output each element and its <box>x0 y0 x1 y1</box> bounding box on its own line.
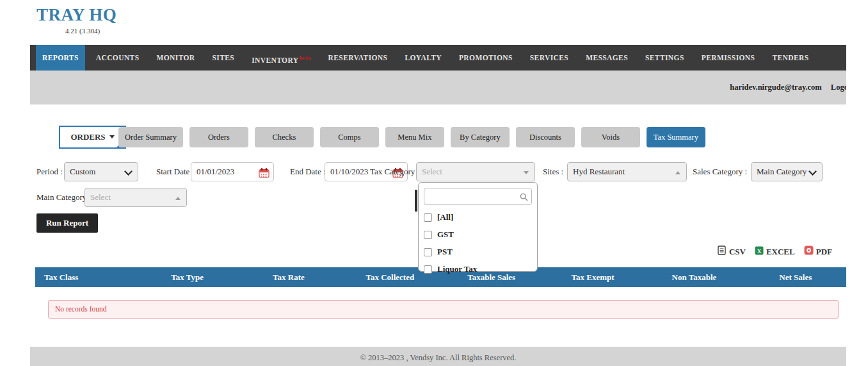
app-logo[interactable]: TRAY HQ <box>36 5 117 25</box>
sites-select[interactable]: Hyd Restaurant <box>567 162 687 181</box>
tab-order-summary[interactable]: Order Summary <box>118 127 183 147</box>
nav-item-label: PERMISSIONS <box>702 54 755 62</box>
tax-category-search-input[interactable] <box>424 188 532 205</box>
period-label: Period : <box>36 167 63 177</box>
calendar-icon[interactable] <box>259 167 269 185</box>
tab-menu-mix[interactable]: Menu Mix <box>385 127 444 147</box>
nav-item-sites[interactable]: SITES <box>206 45 241 71</box>
tax-category-option-gst[interactable]: GST <box>424 229 532 240</box>
nav-item-label: PROMOTIONS <box>459 54 513 62</box>
nav-item-services[interactable]: SERVICES <box>524 45 575 71</box>
export-csv-link[interactable]: CSV <box>718 245 746 258</box>
tab-orders[interactable]: Orders <box>189 127 248 147</box>
nav-item-label: LOYALTY <box>405 54 442 62</box>
checkbox-icon[interactable] <box>424 248 432 256</box>
nav-item-tenders[interactable]: TENDERS <box>766 45 815 71</box>
column-header-tax-class: Tax Class <box>35 272 136 283</box>
export-pdf-link[interactable]: PDF <box>804 245 832 258</box>
tax-category-option-all[interactable]: [All] <box>424 212 532 222</box>
start-date-input[interactable]: 01/01/2023 <box>191 162 274 181</box>
csv-label: CSV <box>729 247 746 257</box>
triangle-up-icon <box>175 197 181 200</box>
pdf-icon <box>804 245 814 258</box>
nav-item-label: RESERVATIONS <box>328 54 388 62</box>
period-select[interactable]: Custom <box>64 162 138 181</box>
sales-category-select[interactable]: Main Category <box>751 162 823 181</box>
export-excel-link[interactable]: X EXCEL <box>755 246 795 258</box>
nav-item-label: SETTINGS <box>645 54 684 62</box>
option-label: [All] <box>437 212 453 222</box>
start-date-value: 01/01/2023 <box>197 167 234 176</box>
tax-category-options: [All]GSTPSTLiquor Tax <box>424 212 532 274</box>
page-container: TRAY HQ 4.21 (3.304) REPORTSACCOUNTSMONI… <box>30 0 846 366</box>
nav-item-label: MONITOR <box>156 54 195 62</box>
nav-item-promotions[interactable]: PROMOTIONS <box>453 45 519 71</box>
tax-category-placeholder: Select <box>422 167 442 176</box>
pdf-label: PDF <box>816 247 832 257</box>
nav-item-permissions[interactable]: PERMISSIONS <box>695 45 762 71</box>
nav-item-reservations[interactable]: RESERVATIONS <box>322 45 394 71</box>
nav-item-label: SITES <box>213 54 235 62</box>
svg-text:X: X <box>757 247 762 254</box>
user-email: haridev.nirgude@tray.com <box>730 83 822 92</box>
tab-comps[interactable]: Comps <box>320 127 379 147</box>
nav-item-accounts[interactable]: ACCOUNTS <box>90 45 146 71</box>
sales-category-label: Sales Category : <box>693 167 747 177</box>
sales-category-value: Main Category <box>757 167 807 176</box>
end-date-value: 01/10/2023 <box>330 167 368 176</box>
export-links: CSV X EXCEL PDF <box>718 245 832 258</box>
nav-item-label: SERVICES <box>530 54 568 62</box>
nav-item-label: ACCOUNTS <box>96 54 140 62</box>
main-navbar: REPORTSACCOUNTSMONITORSITESINVENTORYbeta… <box>30 45 846 71</box>
option-label: Liquor Tax <box>437 264 477 274</box>
orders-dropdown-button[interactable]: ORDERS <box>59 126 126 149</box>
nav-item-label: INVENTORY <box>252 56 298 64</box>
excel-label: EXCEL <box>766 247 795 257</box>
nav-item-inventory[interactable]: INVENTORYbeta <box>245 45 317 71</box>
main-category-label: Main Category : <box>36 192 91 203</box>
column-header-non-taxable: Non Taxable <box>643 272 744 283</box>
end-date-label: End Date : <box>290 167 326 177</box>
csv-icon <box>718 245 727 258</box>
tax-category-label: Tax Category : <box>370 167 419 177</box>
nav-item-label: TENDERS <box>772 54 808 62</box>
tab-checks[interactable]: Checks <box>255 127 314 147</box>
checkbox-icon[interactable] <box>424 231 432 239</box>
tax-category-dropdown-panel: [All]GSTPSTLiquor Tax <box>418 182 538 272</box>
main-category-select[interactable]: Select <box>84 188 187 207</box>
no-records-alert: No records found <box>48 300 839 319</box>
user-bar: haridev.nirgude@tray.comLogout <box>30 71 846 104</box>
main-category-placeholder: Select <box>90 192 111 202</box>
nav-item-label: MESSAGES <box>586 54 628 62</box>
beta-badge: beta <box>299 54 310 61</box>
triangle-up-icon <box>675 171 680 174</box>
tab-tax-summary[interactable]: Tax Summary <box>647 127 705 147</box>
chevron-down-icon <box>808 167 817 176</box>
excel-icon: X <box>755 246 764 258</box>
tab-by-category[interactable]: By Category <box>451 127 510 147</box>
checkbox-icon[interactable] <box>424 265 432 274</box>
app-version: 4.21 (3.304) <box>65 27 100 35</box>
vertical-scrollbar-thumb[interactable] <box>415 190 417 212</box>
start-date-label: Start Date : <box>156 167 194 177</box>
nav-item-label: REPORTS <box>42 54 79 62</box>
column-header-net-sales: Net Sales <box>745 272 846 283</box>
nav-item-loyalty[interactable]: LOYALTY <box>398 45 448 71</box>
tab-discounts[interactable]: Discounts <box>516 127 575 147</box>
nav-item-messages[interactable]: MESSAGES <box>579 45 634 71</box>
tab-voids[interactable]: Voids <box>581 127 640 147</box>
orders-dropdown-label: ORDERS <box>70 132 105 142</box>
nav-item-reports[interactable]: REPORTS <box>36 45 85 71</box>
checkbox-icon[interactable] <box>424 213 432 222</box>
logout-link[interactable]: Logout <box>831 83 846 92</box>
tax-category-option-liquor-tax[interactable]: Liquor Tax <box>424 264 532 274</box>
option-label: GST <box>437 229 454 240</box>
run-report-button[interactable]: Run Report <box>36 213 98 233</box>
tax-category-select[interactable]: Select <box>416 162 535 181</box>
column-header-tax-exempt: Tax Exempt <box>542 272 643 283</box>
nav-item-monitor[interactable]: MONITOR <box>150 45 201 71</box>
tax-category-option-pst[interactable]: PST <box>424 247 532 257</box>
search-icon <box>520 192 528 204</box>
column-header-tax-type: Tax Type <box>136 272 237 283</box>
nav-item-settings[interactable]: SETTINGS <box>639 45 691 71</box>
